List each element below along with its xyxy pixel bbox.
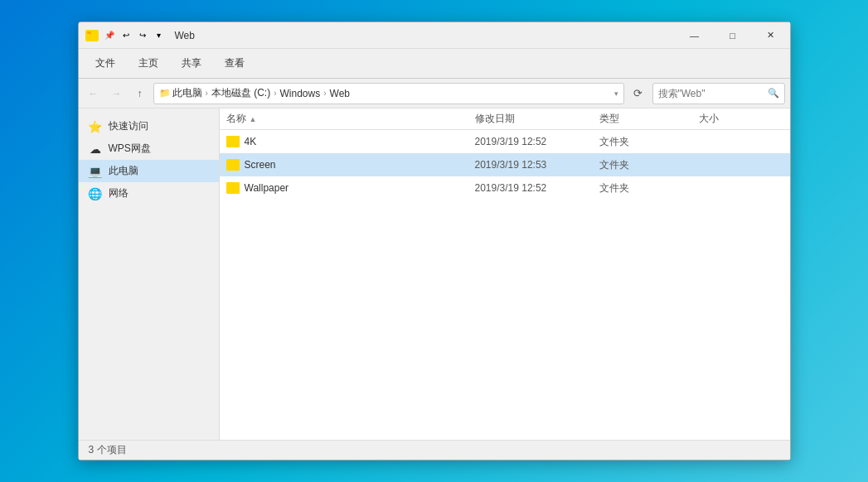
maximize-button[interactable]: □ [714, 22, 752, 49]
window-controls: — □ ✕ [676, 22, 790, 49]
file-name-wallpaper: Wallpaper [226, 182, 475, 194]
column-headers: 名称 ▲ 修改日期 类型 大小 [220, 108, 790, 130]
file-date-4k: 2019/3/19 12:52 [475, 136, 599, 147]
window-icon [85, 30, 99, 41]
up-button[interactable]: ↑ [130, 84, 150, 104]
col-name-header[interactable]: 名称 ▲ [220, 108, 468, 129]
sidebar-item-quick-access[interactable]: ⭐ 快速访问 [79, 115, 219, 137]
breadcrumb-windows: Windows [280, 88, 321, 99]
forward-button[interactable]: → [107, 84, 127, 104]
file-type-screen: 文件夹 [599, 158, 699, 172]
pin-icon[interactable]: 📌 [102, 28, 117, 43]
table-row[interactable]: Wallpaper 2019/3/19 12:52 文件夹 [220, 176, 790, 200]
search-bar[interactable]: 🔍 [652, 83, 785, 104]
search-icon[interactable]: 🔍 [768, 88, 779, 99]
toolbar: ← → ↑ 📁 此电脑 › 本地磁盘 (C:) › Windows › Web … [79, 79, 790, 108]
col-size-header[interactable]: 大小 [692, 108, 775, 129]
sidebar-item-this-pc[interactable]: 💻 此电脑 [79, 160, 219, 182]
window-title: Web [175, 30, 195, 41]
breadcrumb-drive: 本地磁盘 (C:) [211, 86, 270, 100]
file-content: 名称 ▲ 修改日期 类型 大小 4K [220, 108, 790, 440]
file-type-wallpaper: 文件夹 [599, 181, 699, 195]
tab-home[interactable]: 主页 [129, 53, 168, 74]
explorer-window: 📌 ↩ ↪ ▾ Web — □ ✕ 文件 主页 共享 查看 ← → ↑ 📁 此电… [78, 22, 791, 460]
refresh-button[interactable]: ⟳ [628, 83, 649, 104]
minimize-button[interactable]: — [676, 22, 714, 49]
folder-icon [226, 182, 240, 194]
folder-small-icon: 📁 [159, 88, 171, 99]
close-button[interactable]: ✕ [752, 22, 790, 49]
sidebar-item-network[interactable]: 🌐 网络 [79, 182, 219, 205]
col-type-header[interactable]: 类型 [593, 108, 692, 129]
tab-file[interactable]: 文件 [85, 53, 125, 74]
table-row[interactable]: 4K 2019/3/19 12:52 文件夹 [220, 130, 790, 153]
file-list: 4K 2019/3/19 12:52 文件夹 Screen 2019/3/19 … [220, 130, 790, 440]
folder-icon [226, 159, 240, 171]
dropdown-icon[interactable]: ▾ [152, 28, 167, 43]
col-date-header[interactable]: 修改日期 [468, 108, 593, 129]
main-area: ⭐ 快速访问 ☁ WPS网盘 💻 此电脑 🌐 网络 名称 ▲ [79, 108, 790, 440]
table-row[interactable]: Screen 2019/3/19 12:53 文件夹 [220, 153, 790, 176]
tab-view[interactable]: 查看 [215, 53, 255, 74]
ribbon: 文件 主页 共享 查看 [79, 49, 790, 79]
address-bar[interactable]: 📁 此电脑 › 本地磁盘 (C:) › Windows › Web ▾ [153, 83, 624, 104]
sort-arrow-icon: ▲ [250, 115, 257, 123]
breadcrumb-web: Web [330, 88, 350, 99]
title-bar-left: 📌 ↩ ↪ ▾ Web [85, 28, 195, 43]
undo-icon[interactable]: ↩ [119, 28, 133, 43]
sidebar: ⭐ 快速访问 ☁ WPS网盘 💻 此电脑 🌐 网络 [79, 108, 220, 440]
tab-share[interactable]: 共享 [172, 53, 211, 74]
sidebar-item-wps-cloud[interactable]: ☁ WPS网盘 [79, 137, 219, 160]
computer-icon: 💻 [89, 165, 102, 178]
file-name-4k: 4K [226, 136, 475, 147]
quick-access-toolbar: 📌 ↩ ↪ ▾ [102, 28, 167, 43]
file-date-wallpaper: 2019/3/19 12:52 [475, 182, 599, 194]
back-button[interactable]: ← [84, 84, 104, 104]
star-icon: ⭐ [89, 120, 102, 133]
item-count: 3 个项目 [89, 443, 127, 457]
sep2: › [274, 89, 276, 98]
sep3: › [323, 89, 326, 98]
status-bar: 3 个项目 [79, 440, 790, 460]
folder-icon [226, 136, 240, 147]
file-date-screen: 2019/3/19 12:53 [475, 159, 599, 171]
sep1: › [206, 89, 208, 98]
file-type-4k: 文件夹 [599, 135, 699, 149]
title-bar: 📌 ↩ ↪ ▾ Web — □ ✕ [79, 22, 790, 49]
breadcrumb-pc: 📁 此电脑 [159, 86, 202, 100]
file-name-screen: Screen [226, 159, 475, 171]
cloud-icon: ☁ [89, 142, 102, 156]
redo-icon[interactable]: ↪ [135, 28, 150, 43]
address-dropdown-icon[interactable]: ▾ [614, 89, 618, 98]
network-icon: 🌐 [89, 187, 102, 200]
search-input[interactable] [658, 88, 764, 99]
